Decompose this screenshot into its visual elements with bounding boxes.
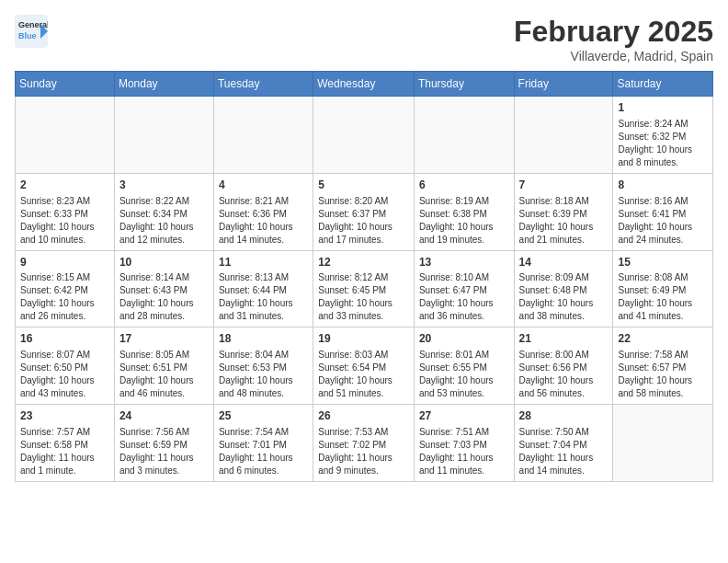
day-number: 4 [219, 178, 308, 193]
day-info: Sunrise: 8:10 AM Sunset: 6:47 PM Dayligh… [419, 271, 509, 323]
calendar-cell: 5Sunrise: 8:20 AM Sunset: 6:37 PM Daylig… [313, 173, 415, 250]
day-number: 11 [219, 255, 308, 270]
day-info: Sunrise: 8:21 AM Sunset: 6:36 PM Dayligh… [219, 195, 308, 247]
calendar-cell: 28Sunrise: 7:50 AM Sunset: 7:04 PM Dayli… [514, 405, 613, 482]
location: Villaverde, Madrid, Spain [514, 49, 713, 63]
calendar-week-5: 23Sunrise: 7:57 AM Sunset: 6:58 PM Dayli… [16, 405, 713, 482]
calendar-cell: 21Sunrise: 8:00 AM Sunset: 6:56 PM Dayli… [514, 327, 613, 405]
calendar-cell: 13Sunrise: 8:10 AM Sunset: 6:47 PM Dayli… [414, 250, 514, 327]
day-number: 23 [20, 408, 109, 424]
calendar-cell: 17Sunrise: 8:05 AM Sunset: 6:51 PM Dayli… [114, 327, 213, 405]
calendar-cell: 9Sunrise: 8:15 AM Sunset: 6:42 PM Daylig… [16, 250, 115, 327]
calendar-cell: 26Sunrise: 7:53 AM Sunset: 7:02 PM Dayli… [313, 405, 415, 482]
calendar-cell: 22Sunrise: 7:58 AM Sunset: 6:57 PM Dayli… [613, 327, 713, 405]
calendar-cell: 2Sunrise: 8:23 AM Sunset: 6:33 PM Daylig… [16, 173, 115, 250]
col-wednesday: Wednesday [313, 72, 415, 97]
day-info: Sunrise: 8:04 AM Sunset: 6:53 PM Dayligh… [219, 349, 308, 400]
header-row: Sunday Monday Tuesday Wednesday Thursday… [16, 72, 713, 97]
day-number: 13 [419, 255, 509, 270]
calendar-cell: 12Sunrise: 8:12 AM Sunset: 6:45 PM Dayli… [313, 250, 415, 327]
calendar-cell [313, 97, 415, 174]
day-info: Sunrise: 8:07 AM Sunset: 6:50 PM Dayligh… [20, 349, 109, 400]
calendar-table: Sunday Monday Tuesday Wednesday Thursday… [15, 71, 713, 482]
day-number: 26 [318, 408, 409, 424]
day-info: Sunrise: 8:24 AM Sunset: 6:32 PM Dayligh… [618, 118, 708, 169]
day-info: Sunrise: 8:23 AM Sunset: 6:33 PM Dayligh… [20, 195, 109, 247]
col-saturday: Saturday [613, 72, 713, 97]
day-number: 24 [119, 408, 209, 424]
title-block: February 2025 Villaverde, Madrid, Spain [514, 15, 713, 63]
svg-text:Blue: Blue [18, 31, 37, 40]
calendar-cell: 24Sunrise: 7:56 AM Sunset: 6:59 PM Dayli… [114, 405, 213, 482]
col-thursday: Thursday [414, 72, 514, 97]
calendar-cell [414, 97, 514, 174]
calendar-cell [514, 97, 613, 174]
calendar-cell [16, 97, 115, 174]
calendar-week-1: 1Sunrise: 8:24 AM Sunset: 6:32 PM Daylig… [16, 97, 713, 174]
calendar-cell: 11Sunrise: 8:13 AM Sunset: 6:44 PM Dayli… [213, 250, 313, 327]
day-number: 28 [519, 408, 609, 424]
day-number: 8 [618, 178, 708, 193]
calendar-cell [213, 97, 313, 174]
col-monday: Monday [114, 72, 213, 97]
day-info: Sunrise: 8:03 AM Sunset: 6:54 PM Dayligh… [318, 349, 409, 400]
day-info: Sunrise: 8:14 AM Sunset: 6:43 PM Dayligh… [119, 271, 209, 323]
day-info: Sunrise: 8:05 AM Sunset: 6:51 PM Dayligh… [119, 349, 209, 400]
day-number: 9 [20, 255, 109, 270]
calendar-cell: 14Sunrise: 8:09 AM Sunset: 6:48 PM Dayli… [514, 250, 613, 327]
logo: General Blue [15, 15, 48, 52]
day-number: 7 [519, 178, 609, 193]
calendar-cell: 25Sunrise: 7:54 AM Sunset: 7:01 PM Dayli… [213, 405, 313, 482]
day-info: Sunrise: 7:51 AM Sunset: 7:03 PM Dayligh… [419, 426, 509, 477]
day-number: 25 [219, 408, 308, 424]
day-info: Sunrise: 8:01 AM Sunset: 6:55 PM Dayligh… [419, 349, 509, 400]
day-info: Sunrise: 8:15 AM Sunset: 6:42 PM Dayligh… [20, 271, 109, 323]
day-number: 16 [20, 331, 109, 347]
col-friday: Friday [514, 72, 613, 97]
calendar-cell: 7Sunrise: 8:18 AM Sunset: 6:39 PM Daylig… [514, 173, 613, 250]
calendar-cell [114, 97, 213, 174]
day-info: Sunrise: 7:57 AM Sunset: 6:58 PM Dayligh… [20, 426, 109, 477]
calendar-cell: 6Sunrise: 8:19 AM Sunset: 6:38 PM Daylig… [414, 173, 514, 250]
day-info: Sunrise: 8:09 AM Sunset: 6:48 PM Dayligh… [519, 271, 609, 323]
day-info: Sunrise: 8:12 AM Sunset: 6:45 PM Dayligh… [318, 271, 409, 323]
day-number: 20 [419, 331, 509, 347]
day-info: Sunrise: 7:54 AM Sunset: 7:01 PM Dayligh… [219, 426, 308, 477]
col-tuesday: Tuesday [213, 72, 313, 97]
calendar-cell: 19Sunrise: 8:03 AM Sunset: 6:54 PM Dayli… [313, 327, 415, 405]
day-number: 19 [318, 331, 409, 347]
calendar-cell: 23Sunrise: 7:57 AM Sunset: 6:58 PM Dayli… [16, 405, 115, 482]
calendar-cell: 18Sunrise: 8:04 AM Sunset: 6:53 PM Dayli… [213, 327, 313, 405]
calendar-cell [613, 405, 713, 482]
day-number: 6 [419, 178, 509, 193]
day-number: 1 [618, 100, 708, 116]
day-number: 14 [519, 255, 609, 270]
day-info: Sunrise: 8:13 AM Sunset: 6:44 PM Dayligh… [219, 271, 308, 323]
calendar-cell: 8Sunrise: 8:16 AM Sunset: 6:41 PM Daylig… [613, 173, 713, 250]
calendar-cell: 1Sunrise: 8:24 AM Sunset: 6:32 PM Daylig… [613, 97, 713, 174]
calendar-cell: 20Sunrise: 8:01 AM Sunset: 6:55 PM Dayli… [414, 327, 514, 405]
day-info: Sunrise: 8:08 AM Sunset: 6:49 PM Dayligh… [618, 271, 708, 323]
day-number: 22 [618, 331, 708, 347]
day-number: 27 [419, 408, 509, 424]
day-number: 21 [519, 331, 609, 347]
day-info: Sunrise: 7:53 AM Sunset: 7:02 PM Dayligh… [318, 426, 409, 477]
day-info: Sunrise: 8:22 AM Sunset: 6:34 PM Dayligh… [119, 195, 209, 247]
calendar-cell: 16Sunrise: 8:07 AM Sunset: 6:50 PM Dayli… [16, 327, 115, 405]
calendar-week-3: 9Sunrise: 8:15 AM Sunset: 6:42 PM Daylig… [16, 250, 713, 327]
logo-icon: General Blue [15, 15, 48, 52]
day-number: 15 [618, 255, 708, 270]
day-number: 2 [20, 178, 109, 193]
day-info: Sunrise: 8:00 AM Sunset: 6:56 PM Dayligh… [519, 349, 609, 400]
day-info: Sunrise: 8:19 AM Sunset: 6:38 PM Dayligh… [419, 195, 509, 247]
day-number: 12 [318, 255, 409, 270]
month-title: February 2025 [514, 15, 713, 49]
day-info: Sunrise: 7:50 AM Sunset: 7:04 PM Dayligh… [519, 426, 609, 477]
day-info: Sunrise: 8:18 AM Sunset: 6:39 PM Dayligh… [519, 195, 609, 247]
calendar-cell: 10Sunrise: 8:14 AM Sunset: 6:43 PM Dayli… [114, 250, 213, 327]
calendar-week-4: 16Sunrise: 8:07 AM Sunset: 6:50 PM Dayli… [16, 327, 713, 405]
day-number: 18 [219, 331, 308, 347]
calendar-cell: 3Sunrise: 8:22 AM Sunset: 6:34 PM Daylig… [114, 173, 213, 250]
calendar-cell: 4Sunrise: 8:21 AM Sunset: 6:36 PM Daylig… [213, 173, 313, 250]
day-info: Sunrise: 7:58 AM Sunset: 6:57 PM Dayligh… [618, 349, 708, 400]
